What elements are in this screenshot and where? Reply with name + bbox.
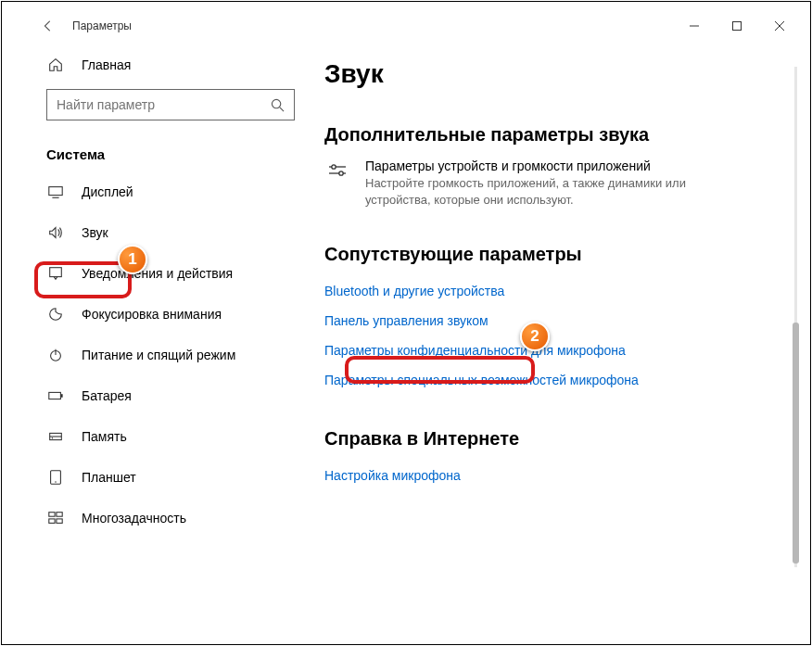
search-input[interactable] [57,97,271,112]
sidebar-category-label: Система [24,132,317,171]
notify-icon [46,264,65,283]
sidebar-item-label: Дисплей [82,184,133,199]
svg-rect-6 [50,268,62,277]
link-bluetooth[interactable]: Bluetooth и другие устройства [324,278,504,304]
svg-rect-4 [49,187,62,196]
svg-rect-1 [733,22,742,31]
window-controls [673,11,801,41]
search-box[interactable] [46,89,295,120]
battery-icon [46,386,65,405]
svg-point-13 [52,437,53,438]
minimize-button[interactable] [673,11,716,41]
sidebar-item-battery[interactable]: Батарея [24,375,317,416]
sidebar-nav: Дисплей Звук Уведомления и действия [24,171,317,538]
link-mic-accessibility[interactable]: Параметры специальных возможностей микро… [324,367,639,393]
sidebar-item-focus[interactable]: Фокусировка внимания [24,294,317,335]
svg-point-2 [272,99,280,108]
storage-icon [46,427,65,446]
sidebar-item-home[interactable]: Главная [24,48,317,82]
section-advanced-heading: Дополнительные параметры звука [324,124,775,146]
focus-icon [46,305,65,323]
tablet-icon [46,468,65,487]
svg-rect-18 [49,519,55,524]
page-title: Звук [324,59,775,89]
link-sound-control-panel[interactable]: Панель управления звуком [324,308,488,334]
power-icon [46,346,65,364]
link-mic-privacy[interactable]: Параметры конфиденциальности для микрофо… [324,337,626,363]
svg-line-3 [280,107,284,110]
home-icon [46,56,65,74]
sidebar-item-label: Планшет [82,470,136,485]
back-button[interactable] [39,17,57,35]
sound-icon [46,223,65,242]
maximize-button[interactable] [716,11,758,41]
svg-rect-17 [57,513,62,517]
sidebar: Главная Система Дисплей [24,41,317,635]
sidebar-item-label: Батарея [82,388,132,403]
sidebar-item-storage[interactable]: Память [24,416,317,457]
section-related-heading: Сопутствующие параметры [324,244,775,265]
sidebar-home-label: Главная [82,57,131,72]
sidebar-item-tablet[interactable]: Планшет [24,457,317,498]
svg-rect-10 [61,394,63,398]
svg-rect-16 [49,513,55,517]
scrollbar-thumb[interactable] [793,323,799,564]
sidebar-item-notifications[interactable]: Уведомления и действия [24,253,317,294]
svg-point-23 [339,171,343,175]
app-volume-desc: Настройте громкость приложений, а также … [365,175,751,209]
sidebar-item-label: Многозадачность [82,511,186,526]
svg-rect-19 [57,519,62,524]
link-mic-setup[interactable]: Настройка микрофона [324,462,461,488]
sidebar-item-label: Фокусировка внимания [82,307,222,322]
sidebar-item-multitask[interactable]: Многозадачность [24,498,317,538]
section-help-heading: Справка в Интернете [324,428,775,450]
search-icon [271,98,285,112]
svg-point-22 [332,165,336,169]
sidebar-item-label: Звук [82,225,108,240]
multitask-icon [46,509,65,527]
main-content: Звук Дополнительные параметры звука Пара… [317,41,801,635]
sidebar-item-label: Память [82,429,127,444]
sidebar-item-sound[interactable]: Звук [24,212,317,253]
titlebar: Параметры [24,11,801,41]
sliders-icon [324,158,350,184]
sidebar-item-power[interactable]: Питание и спящий режим [24,335,317,375]
window-title: Параметры [72,19,132,32]
svg-rect-9 [49,392,61,399]
sidebar-item-display[interactable]: Дисплей [24,171,317,212]
display-icon [46,183,65,201]
svg-point-15 [55,481,56,482]
settings-window: Параметры Главная [24,11,801,635]
sidebar-item-label: Питание и спящий режим [82,348,235,362]
app-volume-link[interactable]: Параметры устройств и громкости приложен… [324,158,751,209]
sidebar-item-label: Уведомления и действия [82,266,233,281]
app-volume-title: Параметры устройств и громкости приложен… [365,158,751,173]
close-button[interactable] [758,11,801,41]
